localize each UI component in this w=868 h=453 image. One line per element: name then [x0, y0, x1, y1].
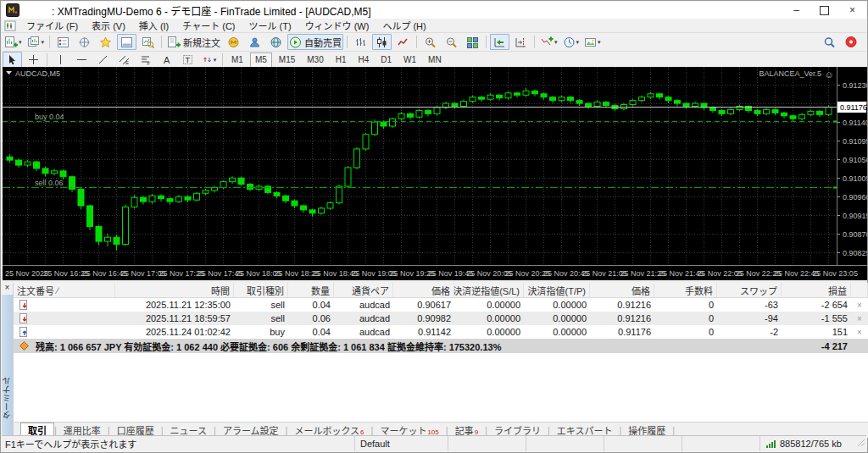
- new-order-button[interactable]: 新規注文: [165, 34, 222, 50]
- menu-chart[interactable]: チャート (C): [175, 18, 242, 33]
- zoom-out-button[interactable]: [442, 34, 461, 50]
- chart-canvas[interactable]: 0.912300.911850.911400.910950.910500.910…: [3, 67, 867, 280]
- svg-text:25 Nov 2025: 25 Nov 2025: [5, 269, 48, 278]
- chart-symbol-label: AUDCAD,M5: [15, 69, 60, 78]
- menu-tools[interactable]: ツール (T): [242, 18, 298, 33]
- web-globe-button[interactable]: [266, 34, 286, 50]
- menu-insert[interactable]: 挿入 (I): [132, 18, 175, 33]
- close-position-button[interactable]: ×: [851, 325, 868, 339]
- cell-order-number: [34, 312, 115, 325]
- chevron-down-icon: ▾: [576, 39, 580, 46]
- timeframe-mn[interactable]: MN: [423, 52, 447, 68]
- column-header-10[interactable]: スワップ: [717, 283, 782, 297]
- connection-speed: 885812/765 kb: [780, 439, 842, 449]
- indicators-button[interactable]: ▾: [538, 34, 559, 50]
- resize-grip[interactable]: [854, 436, 866, 451]
- column-header-order[interactable]: 注文番号 ∕: [14, 283, 115, 297]
- svg-text:0.90960: 0.90960: [843, 193, 867, 202]
- timeframe-w1[interactable]: W1: [398, 52, 421, 68]
- timeframe-d1[interactable]: D1: [376, 52, 397, 68]
- close-position-button[interactable]: ×: [851, 298, 868, 312]
- market-watch-button[interactable]: [53, 34, 73, 50]
- search-icon[interactable]: [820, 34, 839, 50]
- metaeditor-button[interactable]: [224, 34, 243, 50]
- chart-area[interactable]: 0.912300.911850.911400.910950.910500.910…: [3, 67, 867, 280]
- timeframe-m15[interactable]: M15: [274, 52, 300, 68]
- cell-current-price: 0.91176: [590, 325, 654, 339]
- text-tool-button[interactable]: A: [157, 52, 176, 68]
- column-header-8[interactable]: 価格: [590, 283, 654, 297]
- label-tool-button[interactable]: T: [178, 52, 198, 68]
- line-chart-mode-button[interactable]: [393, 34, 413, 50]
- tile-windows-button[interactable]: [463, 34, 482, 50]
- bar-chart-mode-button[interactable]: [351, 34, 370, 50]
- trade-row[interactable]: 2025.11.24 01:02:42buy0.04audcad0.911420…: [14, 325, 868, 339]
- timeframe-h1[interactable]: H1: [331, 52, 352, 68]
- column-header-1[interactable]: 時間: [115, 283, 234, 297]
- status-bar: F1キーでヘルプが表示されます Default 885812/765 kb: [2, 435, 866, 451]
- cell-tp: 0.00000: [524, 298, 590, 312]
- strategy-tester-button[interactable]: [138, 34, 158, 50]
- trade-row[interactable]: 2025.11.21 12:35:00sell0.04audcad0.90617…: [14, 298, 868, 312]
- column-header-2[interactable]: 取引種別: [234, 283, 288, 297]
- column-header-6[interactable]: 決済逆指値(S/L): [454, 283, 524, 297]
- toolbox-button[interactable]: [117, 34, 136, 50]
- cell-time: 2025.11.24 01:02:42: [115, 325, 234, 339]
- timeframe-h4[interactable]: H4: [353, 52, 375, 68]
- candlestick-mode-button[interactable]: [372, 34, 392, 50]
- fibonacci-tool-button[interactable]: F: [136, 52, 155, 68]
- timeframe-m1[interactable]: M1: [226, 52, 248, 68]
- vertical-line-tool-button[interactable]: [51, 52, 70, 68]
- close-button[interactable]: ×: [838, 2, 866, 19]
- new-chart-button[interactable]: ▾: [3, 34, 24, 50]
- cell-sl: 0.00000: [454, 312, 524, 325]
- column-header-7[interactable]: 決済指値(T/P): [524, 283, 590, 297]
- status-cell-1: [448, 436, 526, 451]
- zoom-in-button[interactable]: [420, 34, 440, 50]
- maximize-icon: [820, 6, 829, 15]
- cursor-tool-button[interactable]: [3, 52, 22, 68]
- chart-system-icon[interactable]: [4, 20, 16, 31]
- navigator-button[interactable]: [96, 34, 115, 50]
- equidistant-channel-tool-button[interactable]: E: [114, 52, 134, 68]
- crosshair-tool-button[interactable]: [24, 52, 43, 68]
- tab-separator: |: [672, 425, 675, 435]
- timeframe-m5[interactable]: M5: [250, 52, 272, 68]
- column-header-5[interactable]: 価格: [393, 283, 454, 297]
- terminal-close-button[interactable]: ×: [5, 283, 10, 295]
- templates-button[interactable]: ▾: [582, 34, 603, 50]
- column-header-11[interactable]: 損益: [782, 283, 851, 297]
- cell-sl: 0.00000: [454, 298, 524, 312]
- maximize-button[interactable]: [810, 2, 838, 19]
- terminal-side-tab[interactable]: ターミナル: [2, 295, 13, 438]
- status-profile[interactable]: Default: [354, 436, 448, 451]
- menu-view[interactable]: 表示 (V): [85, 18, 132, 33]
- menu-window[interactable]: ウィンドウ (W): [298, 18, 376, 33]
- mql5-community-button[interactable]: [245, 34, 264, 50]
- notifications-icon[interactable]: [841, 34, 860, 50]
- algo-trading-button[interactable]: 自動売買: [287, 34, 343, 50]
- column-header-3[interactable]: 数量: [288, 283, 334, 297]
- horizontal-line-tool-button[interactable]: [72, 52, 92, 68]
- column-header-4[interactable]: 通貨ペア: [334, 283, 393, 297]
- data-window-button[interactable]: [75, 34, 94, 50]
- trendline-tool-button[interactable]: [93, 52, 113, 68]
- close-position-button[interactable]: ×: [851, 312, 868, 325]
- auto-scroll-button[interactable]: [490, 34, 509, 50]
- menu-file[interactable]: ファイル (F): [19, 18, 85, 33]
- status-cell-4: [682, 436, 760, 451]
- svg-text:0.91050: 0.91050: [843, 156, 867, 164]
- chart-shift-button[interactable]: [511, 34, 531, 50]
- cell-open-price: 0.90982: [393, 312, 454, 325]
- time-axis[interactable]: 25 Nov 202525 Nov 16:2525 Nov 16:4525 No…: [5, 269, 858, 278]
- profiles-button[interactable]: ▾: [25, 34, 47, 50]
- arrows-tool-button[interactable]: ▾: [199, 52, 219, 68]
- trade-row[interactable]: 2025.11.21 18:59:57sell0.06audcad0.90982…: [14, 312, 868, 325]
- svg-text:0.90870: 0.90870: [843, 230, 867, 239]
- menu-help[interactable]: ヘルプ (H): [376, 18, 432, 33]
- minimize-button[interactable]: –: [782, 2, 810, 19]
- column-header-9[interactable]: 手数料: [654, 283, 717, 297]
- periods-button[interactable]: ▾: [561, 34, 581, 50]
- ea-smiley-icon[interactable]: ☺: [824, 69, 833, 80]
- timeframe-m30[interactable]: M30: [302, 52, 328, 68]
